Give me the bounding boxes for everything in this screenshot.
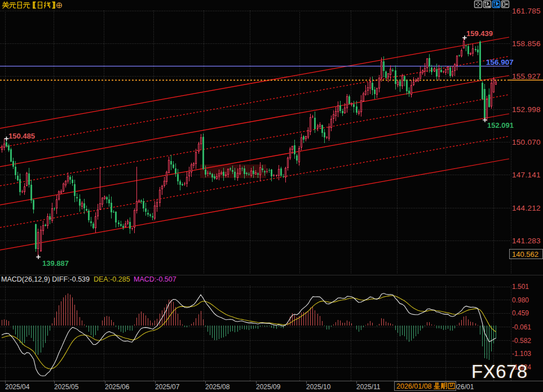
svg-text:MACD(26,12,9) DIFF:-0.539: MACD(26,12,9) DIFF:-0.539 [1,275,90,283]
svg-text:2026/01/08: 2026/01/08 [396,382,432,390]
svg-text:2025/04: 2025/04 [5,383,30,391]
svg-text:144.212: 144.212 [512,204,541,212]
svg-text:152.091: 152.091 [487,121,514,130]
svg-text:140.562: 140.562 [512,250,538,259]
svg-text:147.141: 147.141 [512,171,541,179]
svg-text:DEA:-0.285: DEA:-0.285 [94,275,130,283]
svg-text:0.459: 0.459 [512,309,529,317]
svg-text:141.283: 141.283 [512,237,541,245]
svg-text:MACD:-0.507: MACD:-0.507 [134,275,176,283]
svg-text:150.070: 150.070 [512,138,541,146]
svg-text:1.501: 1.501 [512,283,529,291]
svg-text:2025/07: 2025/07 [155,383,180,391]
svg-text:161.785: 161.785 [512,7,541,15]
svg-text:-0.061: -0.061 [512,323,531,331]
svg-text:-1.103: -1.103 [512,350,531,358]
svg-text:156.907: 156.907 [486,58,514,66]
svg-text:2025/09: 2025/09 [256,383,281,391]
svg-text:2025/11: 2025/11 [356,383,381,391]
svg-text:159.439: 159.439 [466,29,493,38]
svg-text:155.927: 155.927 [512,72,541,81]
svg-text:2025/06: 2025/06 [105,383,130,391]
svg-text:FX678: FX678 [471,361,528,382]
svg-text:139.887: 139.887 [42,259,69,268]
svg-text:0.980: 0.980 [512,296,529,304]
svg-text:-0.582: -0.582 [512,337,531,345]
svg-text:150.485: 150.485 [8,132,35,140]
svg-text:2025/08: 2025/08 [205,383,230,391]
svg-text:152.998: 152.998 [512,105,541,114]
svg-text:158.856: 158.856 [512,39,541,48]
svg-text:2025/10: 2025/10 [306,383,331,391]
svg-text:2025/05: 2025/05 [54,383,79,391]
